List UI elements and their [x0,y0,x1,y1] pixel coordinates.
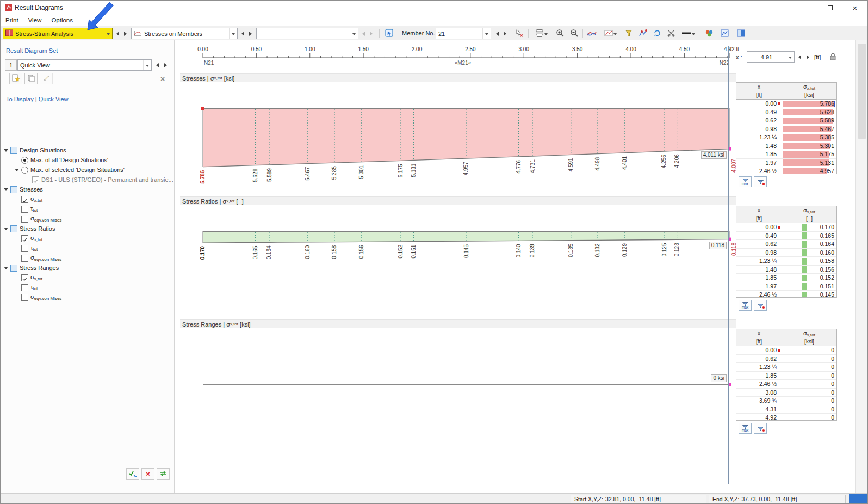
table-row[interactable]: 1.23 ¼0.158 [736,257,836,266]
table-row[interactable]: 2.46 ½0 [736,380,836,389]
checkbox[interactable] [32,176,39,183]
chevron-down-icon[interactable] [544,33,548,37]
expand-icon[interactable] [4,188,8,193]
minimize-button[interactable] [792,1,817,15]
menu-view[interactable]: View [23,15,47,26]
analysis-next-button[interactable] [121,28,129,39]
table1-filter-max-button[interactable]: max [739,176,752,187]
set-prev-button[interactable] [153,59,161,71]
expand-icon[interactable] [4,267,8,272]
table2-filter-values-button[interactable] [754,300,767,311]
tree-item[interactable]: τtot [1,243,173,253]
chevron-down-icon[interactable] [786,52,794,62]
smoothed-diagram-button[interactable] [585,27,599,40]
table-row[interactable]: 0.620 [736,355,836,364]
table-row[interactable]: 1.23 ¼0 [736,363,836,372]
clipping-button[interactable] [664,27,678,40]
scrollbar-thumb[interactable] [858,44,866,139]
menu-print[interactable]: Print [1,15,23,26]
chevron-down-icon[interactable] [482,28,491,39]
result-filter-button[interactable] [622,27,636,40]
zoom-in-button[interactable] [553,27,567,40]
tree-item[interactable]: Stresses [1,185,173,194]
subtype-prev-button[interactable] [359,28,367,39]
member-no-combo[interactable]: 21 [436,28,491,39]
table-row[interactable]: 0.980.160 [736,249,836,257]
table-row[interactable]: 1.850.152 [736,274,836,282]
result-subtype-combo[interactable] [256,28,358,39]
expand-icon[interactable] [15,169,19,174]
line-thickness-button[interactable] [678,27,698,40]
stress-ranges-diagram[interactable] [180,329,741,395]
table1-filter-values-button[interactable] [754,176,767,187]
new-set-button[interactable] [9,73,22,84]
tree-item[interactable]: σx,tot [1,273,173,282]
table-row[interactable]: 1.480.156 [736,266,836,274]
table-row[interactable]: 3.080 [736,389,836,397]
radio-button[interactable] [21,167,28,174]
table-row[interactable]: 2.46 ½4.957 [736,167,836,174]
tree-item[interactable]: Design Situations [1,145,173,155]
tree-item[interactable]: σx,tot [1,233,173,243]
category-next-button[interactable] [246,28,254,39]
checkbox[interactable] [21,196,28,203]
checkbox[interactable] [21,216,28,223]
table-row[interactable]: 1.855.175 [736,150,836,159]
tree-item[interactable]: τtot [1,204,173,214]
checkbox[interactable] [10,147,17,154]
table-row[interactable]: 0.005.786 [736,100,836,108]
table3-filter-values-button[interactable] [754,423,767,434]
tree-item[interactable]: τtot [1,282,173,292]
x-position-combo[interactable]: 4.91 [747,51,795,63]
table-row[interactable]: 1.850 [736,372,836,380]
recalculate-button[interactable] [650,27,664,40]
lock-x-button[interactable] [828,52,837,62]
result-table-2[interactable]: xσx,tot[ft][--]0.000.1700.490.1650.620.1… [736,206,837,298]
tree-item[interactable]: σeqv,von Mises [1,253,173,263]
table-row[interactable]: 4.310 [736,405,836,414]
table-row[interactable]: 0.490.165 [736,232,836,241]
zoom-out-button[interactable] [567,27,581,40]
edit-set-button[interactable] [40,73,53,84]
extreme-values-button[interactable] [636,27,650,40]
table2-filter-max-button[interactable]: max [739,300,752,311]
x-position-marker[interactable] [728,46,729,484]
tree-item[interactable]: Stress Ranges [1,263,173,273]
checkbox[interactable] [10,225,17,232]
tree-item[interactable]: DS1 - ULS (STR/GEO) - Permanent and tran… [1,175,173,185]
checkbox[interactable] [21,206,28,213]
subtype-next-button[interactable] [367,28,375,39]
deselect-member-button[interactable] [512,27,526,40]
diagram-display-mode-button[interactable] [601,27,619,40]
table-row[interactable]: 4.920 [736,414,836,421]
delete-set-button[interactable]: × [156,73,169,84]
checkbox[interactable] [10,186,17,193]
table-row[interactable]: 0.495.628 [736,108,836,117]
chevron-down-icon[interactable] [350,28,358,39]
close-button[interactable]: × [842,1,867,15]
x-next-button[interactable] [804,51,811,63]
checkbox[interactable] [21,245,28,252]
result-set-combo[interactable]: Quick View [17,59,152,71]
result-category-combo[interactable]: Stresses on Members [131,28,238,39]
checkbox[interactable] [21,274,28,281]
expand-icon[interactable] [4,228,8,232]
tree-item[interactable]: σx,tot [1,194,173,204]
table-row[interactable]: 0.000 [736,346,836,355]
checkbox[interactable] [21,235,28,242]
table-row[interactable]: 0.000.170 [736,223,836,232]
table-row[interactable]: 2.46 ½0.145 [736,291,836,298]
table3-filter-max-button[interactable]: max [739,423,752,434]
table-row[interactable]: 0.985.467 [736,125,836,134]
radio-button[interactable] [21,157,28,164]
print-button[interactable] [531,27,551,40]
tree-item[interactable]: Stress Ratios [1,224,173,233]
checkbox[interactable] [21,284,28,291]
stresses-diagram[interactable]: 5.7865.6285.5895.4675.3855.3015.1755.131… [180,82,741,191]
chevron-down-icon[interactable] [143,60,151,70]
tree-item[interactable]: σeqv,von Mises [1,214,173,224]
menu-options[interactable]: Options [46,15,78,26]
table-row[interactable]: 0.620.164 [736,240,836,249]
reset-defaults-button[interactable] [157,468,170,480]
table-row[interactable]: 1.975.131 [736,159,836,168]
